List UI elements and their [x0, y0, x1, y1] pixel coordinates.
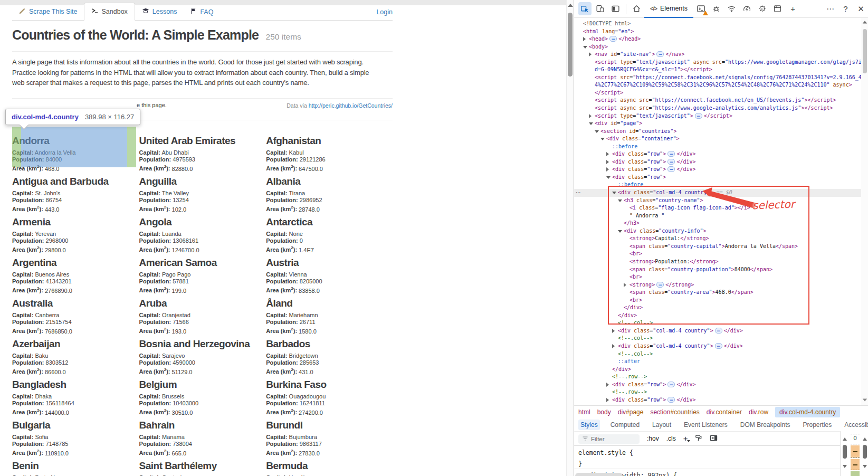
nav-tab-faq[interactable]: FAQ [184, 4, 220, 20]
dom-tree-line[interactable]: <strong>Population:</strong> [574, 258, 861, 266]
expand-arrow-icon[interactable] [606, 152, 609, 156]
dom-tree-scrollbar[interactable] [861, 18, 868, 405]
dom-tree-line[interactable]: " Andorra " [574, 212, 861, 220]
collapse-arrow-icon[interactable] [589, 122, 593, 125]
dom-tree-line[interactable]: ::before [574, 143, 861, 151]
dom-tree-line[interactable]: <span class="country-capital">Andorra la… [574, 243, 861, 251]
expand-ellipsis-button[interactable]: … [667, 397, 675, 403]
dom-tree-line[interactable]: <script type="text/javascript">…</script… [574, 112, 861, 120]
dom-tree-line[interactable]: <script async src="https://connect.faceb… [574, 97, 861, 104]
dom-tree-line[interactable]: <!--.col--> [574, 319, 861, 327]
nav-tab-scrape-this-site[interactable]: Scrape This Site [12, 3, 84, 20]
panel-tab-layout[interactable]: Layout [650, 420, 673, 430]
dom-tree-line[interactable]: <div class="row">…</div> [574, 158, 861, 166]
scroll-down-arrow-icon[interactable] [863, 465, 867, 468]
panel-tab-properties[interactable]: Properties [801, 420, 834, 430]
panel-tab-styles[interactable]: Styles [578, 420, 600, 430]
dom-tree-line[interactable]: <nav id="site-nav">…</nav> [574, 51, 861, 59]
expand-ellipsis-button[interactable]: … [695, 113, 702, 119]
collapse-arrow-icon[interactable] [606, 176, 611, 179]
more-options-icon[interactable]: ⋯ [824, 2, 837, 15]
dom-tree-line[interactable]: <div class="country-info"> [574, 227, 861, 235]
login-link[interactable]: Login [376, 4, 393, 20]
dom-tree-line[interactable]: <!--.row--> [574, 373, 861, 381]
dom-tree-line[interactable]: <strong>…</strong> [574, 281, 861, 289]
dom-tree-line[interactable]: <div class="container"> [574, 135, 861, 143]
dom-tree-line[interactable]: d=G-09N5RQCFG4&cx=c&_slc=1"></script> [574, 66, 861, 74]
dom-tree-line[interactable]: <div class="row"> [574, 174, 861, 182]
expand-arrow-icon[interactable] [606, 383, 609, 387]
dom-tree-line[interactable]: <div class="row">…</div> [574, 396, 861, 404]
add-tools-icon[interactable]: + [786, 2, 799, 15]
tab-elements[interactable]: </>Elements [644, 0, 693, 18]
help-icon[interactable]: ? [839, 2, 852, 15]
nav-tab-sandbox[interactable]: Sandbox [84, 3, 135, 21]
expand-ellipsis-button[interactable]: … [667, 159, 675, 165]
dom-tree-line[interactable]: <script async src="https://www.google-an… [574, 104, 861, 112]
dom-tree-line[interactable]: <div class="row">…</div> [574, 150, 861, 158]
dom-line-options-icon[interactable]: ⋯ [576, 189, 581, 195]
dom-tree-line[interactable]: <script type="text/javascript" async src… [574, 59, 861, 66]
collapse-arrow-icon[interactable] [618, 230, 622, 233]
dom-tree-line[interactable]: </script> [574, 89, 861, 97]
device-emulation-icon[interactable] [594, 2, 607, 15]
expand-ellipsis-button[interactable]: … [715, 328, 722, 334]
page-scrollbar[interactable] [566, 0, 574, 476]
dom-tree-line[interactable]: <div class="row">…</div> [574, 381, 861, 389]
toggle-classes-button[interactable]: .cls [666, 435, 676, 442]
dom-tree-line[interactable]: 4%2C77%2C67%2C109%2C59%2C58%2C31%2C96%2C… [574, 81, 861, 89]
expand-arrow-icon[interactable] [624, 283, 626, 287]
toggle-hover-state-button[interactable]: :hov [647, 435, 659, 442]
panel-tab-computed[interactable]: Computed [608, 420, 642, 430]
dom-tree-line[interactable]: <strong>Capital:</strong> [574, 235, 861, 243]
network-icon[interactable] [725, 2, 738, 15]
expand-ellipsis-button[interactable]: … [667, 151, 675, 157]
dock-side-icon[interactable] [609, 2, 622, 15]
dom-tree-line[interactable]: </div> [574, 312, 861, 320]
performance-icon[interactable] [740, 2, 753, 15]
dom-tree-line[interactable]: <!--.col--> [574, 335, 861, 342]
dom-tree-line[interactable]: <section id="countries"> [574, 128, 861, 136]
expand-ellipsis-button[interactable]: … [656, 282, 664, 288]
scroll-up-arrow-icon[interactable] [863, 21, 867, 23]
breadcrumb-item[interactable]: body [597, 408, 611, 416]
expand-ellipsis-button[interactable]: … [656, 51, 664, 57]
dom-tree-line[interactable]: <!--.row--> [574, 388, 861, 396]
new-style-rule-button[interactable]: + [683, 434, 688, 443]
expand-arrow-icon[interactable] [606, 167, 609, 172]
computed-sidebar-toggle-icon[interactable] [710, 434, 718, 443]
panel-tab-dom-breakpoints[interactable]: DOM Breakpoints [738, 420, 793, 430]
collapse-arrow-icon[interactable] [600, 138, 605, 140]
expand-ellipsis-button[interactable]: … [667, 382, 675, 387]
collapse-arrow-icon[interactable] [618, 199, 622, 202]
application-icon[interactable] [771, 2, 784, 15]
dom-tree-line[interactable]: <br> [574, 250, 861, 258]
collapse-arrow-icon[interactable] [612, 192, 616, 194]
dom-scrollbar-thumb[interactable] [863, 29, 867, 73]
collapse-arrow-icon[interactable] [583, 46, 587, 49]
styles-horizontal-scrollbar-thumb[interactable] [575, 473, 623, 476]
expand-arrow-icon[interactable] [612, 329, 615, 333]
breadcrumb-item[interactable]: div.row [749, 408, 768, 416]
expand-arrow-icon[interactable] [583, 37, 586, 41]
outer-scrollbar-thumb[interactable] [863, 445, 867, 459]
dom-tree-line[interactable]: <br> [574, 297, 861, 304]
console-icon[interactable] [694, 2, 708, 15]
breadcrumb-item[interactable]: html [578, 408, 590, 416]
breadcrumb-item-selected[interactable]: div.col-md-4.country [775, 407, 840, 417]
collapse-arrow-icon[interactable] [595, 130, 599, 133]
panel-tab-accessibility[interactable]: Accessibility [842, 420, 868, 430]
expand-arrow-icon[interactable] [606, 398, 609, 402]
scroll-down-arrow-icon[interactable] [863, 398, 867, 401]
breadcrumb-item[interactable]: div.container [707, 408, 742, 416]
expand-arrow-icon[interactable] [612, 344, 615, 348]
dom-tree-line[interactable]: <!--.col--> [574, 350, 861, 358]
dom-tree-line[interactable]: <div class="col-md-4 country">…</div> [574, 327, 861, 335]
home-icon[interactable] [630, 2, 643, 15]
dom-tree-line[interactable]: </div> [574, 366, 861, 374]
dom-tree-line[interactable]: <span class="country-area">468.0</span> [574, 289, 861, 297]
dom-tree-line[interactable]: <br> [574, 273, 861, 281]
scroll-down-arrow-icon[interactable] [843, 465, 847, 468]
breadcrumb-item[interactable]: div#page [618, 408, 644, 416]
sources-icon[interactable] [710, 2, 723, 15]
